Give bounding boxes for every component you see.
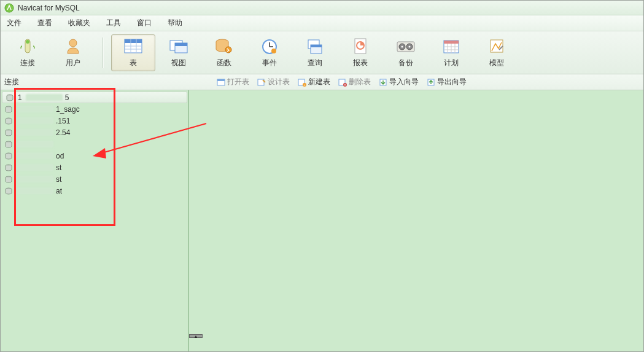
svg-point-18 (271, 49, 276, 53)
database-icon (6, 93, 14, 102)
function-icon (214, 37, 235, 55)
svg-text:+: + (304, 83, 306, 87)
sub-design-table[interactable]: 设计表 (254, 76, 292, 88)
sub-delete-table-label: 删除表 (349, 77, 371, 87)
sub-toolbar: 连接 打开表 设计表 + 新建表 × 删除表 (1, 74, 643, 90)
toolbar-table[interactable]: 表 (111, 34, 155, 71)
database-icon (4, 175, 13, 184)
toolbar-event[interactable]: 事件 (247, 34, 292, 71)
connection-suffix: st (56, 163, 61, 172)
svg-rect-5 (125, 39, 142, 43)
connection-item[interactable]: 15 (2, 92, 187, 103)
toolbar-report[interactable]: 报表 (338, 34, 382, 71)
menu-view[interactable]: 查看 (37, 18, 52, 28)
splitter-handle[interactable] (189, 334, 203, 338)
toolbar-schedule-label: 计划 (444, 58, 459, 68)
toolbar-query-label: 查询 (308, 58, 322, 68)
toolbar-view-label: 视图 (171, 58, 186, 68)
menu-window[interactable]: 窗口 (137, 18, 152, 28)
svg-point-28 (409, 46, 411, 48)
connection-item[interactable]: od (1, 150, 188, 162)
menu-help[interactable]: 帮助 (168, 18, 182, 28)
toolbar-view[interactable]: 视图 (157, 34, 201, 71)
export-icon (426, 77, 436, 87)
menu-favorites[interactable]: 收藏夹 (68, 18, 90, 28)
connection-item[interactable]: st (1, 162, 188, 173)
toolbar-user-label: 用户 (66, 58, 80, 68)
blurred-text (17, 164, 53, 171)
database-icon (4, 105, 13, 114)
connection-prefix: 1 (18, 93, 22, 102)
connection-item[interactable]: 1_sagc (1, 103, 188, 115)
app-icon (4, 3, 14, 13)
database-icon (4, 163, 13, 172)
blurred-text (17, 187, 53, 194)
toolbar-query[interactable]: 查询 (293, 34, 337, 71)
connection-suffix: 1_sagc (56, 105, 80, 114)
design-table-icon (257, 77, 266, 87)
table-icon (123, 37, 144, 55)
report-icon (350, 37, 371, 55)
user-icon (63, 37, 83, 55)
toolbar-user[interactable]: 用户 (51, 34, 95, 71)
database-icon (4, 187, 13, 195)
connection-suffix: od (56, 152, 64, 160)
toolbar: 连接 用户 表 (1, 31, 643, 74)
blurred-text (26, 94, 63, 101)
menubar: 文件 查看 收藏夹 工具 窗口 帮助 (1, 15, 643, 31)
sub-design-table-label: 设计表 (268, 77, 290, 87)
sidebar-header: 连接 (1, 77, 189, 87)
database-icon (4, 128, 13, 137)
connection-suffix: st (56, 175, 61, 184)
connection-item[interactable]: st (1, 173, 188, 185)
menu-tools[interactable]: 工具 (106, 18, 121, 28)
query-icon (305, 37, 325, 55)
toolbar-schedule[interactable]: 计划 (429, 34, 473, 71)
toolbar-backup[interactable]: 备份 (384, 34, 428, 71)
toolbar-function[interactable]: 函数 (202, 34, 246, 71)
svg-point-3 (69, 39, 77, 47)
sub-open-table[interactable]: 打开表 (214, 76, 252, 88)
svg-text:×: × (344, 83, 346, 87)
sub-delete-table[interactable]: × 删除表 (335, 76, 373, 88)
app-title: Navicat for MySQL (18, 4, 80, 12)
svg-rect-30 (444, 41, 459, 44)
toolbar-connect-label: 连接 (20, 58, 35, 68)
import-icon (378, 77, 388, 87)
menu-file[interactable]: 文件 (7, 18, 21, 28)
delete-table-icon: × (338, 77, 347, 87)
blurred-text (17, 129, 53, 136)
blurred-text (17, 117, 53, 124)
sub-import-label: 导入向导 (389, 77, 419, 87)
toolbar-backup-label: 备份 (398, 58, 413, 68)
sub-new-table[interactable]: + 新建表 (295, 76, 333, 88)
database-icon (4, 117, 13, 125)
sub-export-wizard[interactable]: 导出向导 (424, 76, 469, 88)
sub-new-table-label: 新建表 (308, 77, 330, 87)
database-icon (4, 152, 13, 160)
svg-rect-21 (311, 45, 322, 47)
sub-open-table-label: 打开表 (227, 77, 249, 87)
schedule-icon (441, 37, 462, 55)
connection-sidebar[interactable]: 15 1_sagc .151 2.54 od (1, 90, 189, 352)
connection-item[interactable] (1, 138, 188, 150)
view-icon (168, 37, 189, 55)
svg-point-27 (402, 46, 403, 48)
connection-suffix: .151 (56, 117, 70, 125)
connection-item[interactable]: 2.54 (1, 127, 188, 138)
blurred-text (17, 152, 53, 159)
titlebar: Navicat for MySQL (1, 1, 643, 15)
sub-import-wizard[interactable]: 导入向导 (376, 76, 421, 88)
blurred-text (17, 176, 53, 182)
connect-icon (17, 37, 38, 55)
blurred-text (17, 141, 53, 147)
connection-suffix: 2.54 (56, 128, 70, 137)
connection-item[interactable]: .151 (1, 115, 188, 127)
database-icon (4, 140, 13, 149)
toolbar-connect[interactable]: 连接 (6, 34, 50, 71)
backup-icon (395, 37, 416, 55)
open-table-icon (216, 77, 226, 87)
connection-item[interactable]: at (1, 185, 188, 197)
event-icon (259, 37, 280, 55)
toolbar-model[interactable]: 模型 (475, 34, 519, 71)
